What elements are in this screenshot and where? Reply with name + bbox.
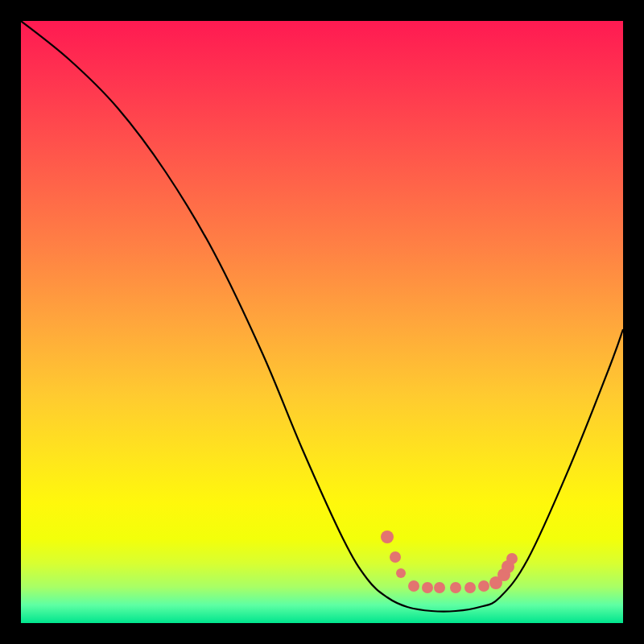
- curve-dot: [396, 568, 406, 578]
- curve-dot: [381, 530, 394, 543]
- curve-dot: [450, 582, 461, 593]
- chart-frame: TheBottleneck.com: [21, 21, 623, 623]
- curve-dot: [390, 551, 401, 563]
- curve-dot: [408, 580, 419, 592]
- curve-dot: [464, 582, 476, 593]
- curve-dot: [506, 553, 518, 564]
- curve-dot: [434, 582, 445, 593]
- bottleneck-chart: [21, 21, 623, 623]
- curve-dot: [478, 580, 489, 592]
- curve-dot: [422, 582, 433, 593]
- gradient-background: [21, 21, 623, 623]
